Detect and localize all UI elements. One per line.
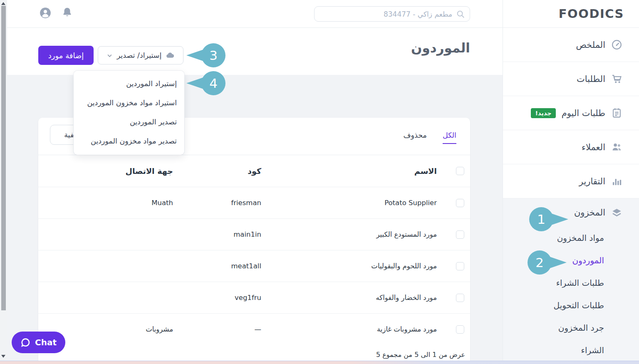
supplier-name: مورد مشروبات غازية (275, 325, 450, 333)
menu-item-import-suppliers[interactable]: إستيراد الموردين (74, 74, 184, 93)
import-export-label: إستيراد/ تصدير (117, 51, 162, 59)
bottom-edge-strip (0, 361, 639, 364)
table-row[interactable]: Potato Supplier friesman Muath (38, 187, 470, 218)
callout-tail (550, 213, 568, 225)
table-row[interactable]: مورد المستودع الكبير main1in (38, 218, 470, 250)
tab-all[interactable]: الكل (443, 131, 456, 144)
chat-bubble-icon (20, 337, 31, 348)
sidebar-item-orders[interactable]: الطلبات (503, 62, 639, 96)
column-header-contact: جهة الاتصال (55, 166, 186, 176)
row-checkbox[interactable] (456, 199, 464, 207)
supplier-contact: مشروبات (55, 325, 186, 333)
bar-chart-icon (611, 176, 622, 187)
layers-icon (611, 207, 622, 218)
column-header-name: الاسم (275, 166, 450, 176)
user-avatar-icon[interactable] (40, 7, 51, 19)
sidebar-item-label: المخزون (574, 208, 605, 218)
menu-item-export-suppliers[interactable]: تصدير الموردين (74, 112, 184, 131)
sidebar-logo-row: FOODICS (503, 0, 639, 28)
table-body: Potato Supplier friesman Muath مورد المس… (38, 187, 470, 345)
sidebar-item-reports[interactable]: التقارير (503, 164, 639, 198)
row-checkbox[interactable] (456, 262, 464, 270)
callout-number: 2 (535, 255, 544, 270)
supplier-code: friesman (186, 199, 275, 207)
callout-number: 3 (209, 48, 218, 63)
supplier-code: meat1all (186, 262, 275, 270)
callout-3-import-export-button: 3 (201, 43, 225, 67)
foodics-logo: FOODICS (559, 7, 624, 21)
sidebar-item-label: طلبات اليوم (562, 108, 605, 118)
tab-deleted[interactable]: محذوف (403, 131, 426, 144)
app-window: FOODICS الملخص الطلبات طلبات اليوم جديد!… (0, 0, 639, 364)
chevron-down-icon (106, 52, 113, 59)
chat-label: Chat (35, 337, 57, 347)
sidebar-item-label: الملخص (576, 40, 605, 50)
callout-4-import-suppliers-item: 4 (201, 71, 225, 95)
sidebar: FOODICS الملخص الطلبات طلبات اليوم جديد!… (503, 0, 639, 361)
callout-tail (548, 256, 567, 269)
callout-number: 1 (537, 212, 545, 227)
table-row[interactable]: مورد الخضار والفواكه veg1fru (38, 282, 470, 313)
sidebar-item-label: العملاء (582, 142, 605, 152)
callout-2-suppliers: 2 (528, 250, 552, 275)
row-checkbox[interactable] (456, 230, 464, 239)
page-scrollbar[interactable] (0, 0, 7, 361)
row-checkbox[interactable] (456, 325, 464, 334)
status-tabs: الكل محذوف (403, 131, 456, 144)
search-input[interactable] (315, 7, 470, 21)
sidebar-item-summary[interactable]: الملخص (503, 28, 639, 62)
callout-tail (186, 77, 205, 89)
sidebar-item-customers[interactable]: العملاء (503, 130, 639, 164)
notifications-bell-icon[interactable] (62, 6, 73, 18)
page-title: الموردون (411, 40, 470, 55)
scrollbar-up-arrow-icon[interactable] (1, 2, 5, 5)
table-row[interactable]: مورد اللحوم والبقوليات meat1all (38, 250, 470, 282)
row-checkbox[interactable] (456, 294, 464, 302)
table-row[interactable]: مورد مشروبات غازية — مشروبات (38, 313, 470, 345)
sidebar-subitem-purchasing[interactable]: الشراء (503, 339, 639, 362)
page-header: الموردون إضافة مورد إستيراد/ تصدير (7, 28, 503, 75)
supplier-name: مورد المستودع الكبير (275, 230, 450, 238)
callout-number: 4 (209, 76, 218, 91)
sidebar-item-todays-orders[interactable]: طلبات اليوم جديد! (503, 96, 639, 130)
gauge-icon (611, 39, 622, 50)
callout-1-inventory: 1 (529, 207, 553, 231)
sidebar-subitem-purchase-orders[interactable]: طلبات الشراء (503, 272, 639, 294)
cart-icon (611, 73, 622, 84)
sidebar-subitem-suppliers[interactable]: الموردون (503, 249, 639, 272)
sidebar-item-label: التقارير (579, 176, 605, 186)
clipboard-icon (611, 107, 622, 119)
sidebar-item-inventory[interactable]: المخزون (503, 198, 639, 227)
supplier-name: مورد اللحوم والبقوليات (275, 262, 450, 270)
topbar (7, 0, 503, 28)
supplier-name: Potato Supplier (275, 199, 450, 207)
select-all-checkbox[interactable] (456, 167, 464, 175)
menu-item-export-supplier-items[interactable]: تصدير مواد مخزون الموردين (74, 131, 184, 151)
supplier-name: مورد الخضار والفواكه (275, 294, 450, 302)
supplier-code: — (186, 325, 275, 333)
customers-icon (611, 141, 622, 153)
scrollbar-thumb[interactable] (1, 6, 6, 310)
supplier-code: main1in (186, 230, 275, 238)
cloud-icon (166, 51, 175, 60)
sidebar-inventory-section: المخزون مواد المخزون الموردون طلبات الشر… (503, 198, 639, 362)
supplier-contact: Muath (55, 199, 186, 207)
add-supplier-button[interactable]: إضافة مورد (38, 46, 94, 65)
scrollbar-down-arrow-icon[interactable] (1, 355, 5, 358)
sidebar-subitem-inventory-count[interactable]: جرد المخزون (503, 317, 639, 339)
pagination-summary: عرض من 1 الى 5 من مجموع 5 (38, 345, 470, 359)
menu-item-import-supplier-items[interactable]: استيراد مواد مخزون الموردين (74, 93, 184, 112)
supplier-code: veg1fru (186, 294, 275, 302)
sidebar-subitem-transfer-orders[interactable]: طلبات التحويل (503, 294, 639, 317)
column-header-code: كود (186, 166, 275, 176)
import-export-button[interactable]: إستيراد/ تصدير (98, 46, 183, 64)
chat-button[interactable]: Chat (12, 332, 65, 353)
sidebar-item-label: الطلبات (577, 74, 605, 84)
table-header-row: الاسم كود جهة الاتصال (38, 155, 470, 187)
search-bar[interactable] (314, 6, 470, 22)
new-badge: جديد! (531, 108, 555, 118)
import-export-dropdown: إستيراد الموردين استيراد مواد مخزون المو… (74, 71, 184, 155)
callout-tail (186, 49, 205, 62)
sidebar-subitem-inventory-items[interactable]: مواد المخزون (503, 227, 639, 249)
